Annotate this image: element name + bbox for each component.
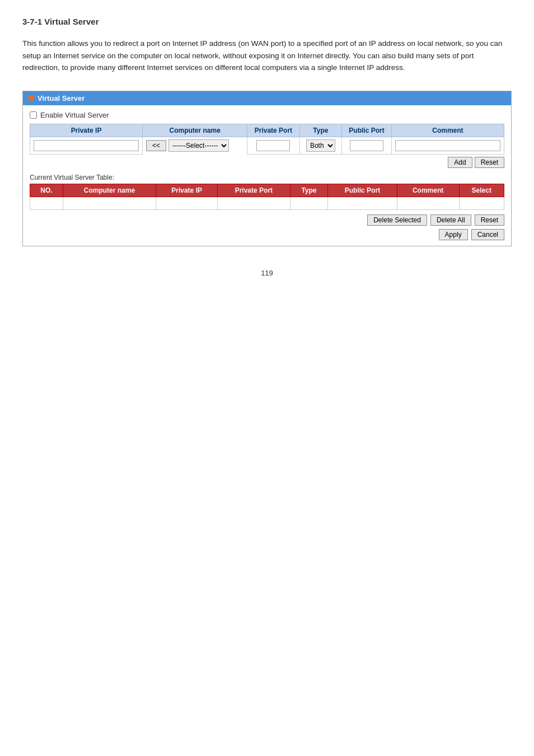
empty-cell-8 bbox=[459, 197, 504, 209]
empty-cell-2 bbox=[63, 197, 156, 209]
th-public-port: Public Port bbox=[328, 184, 397, 197]
delete-selected-button[interactable]: Delete Selected bbox=[367, 214, 427, 226]
empty-cell-3 bbox=[156, 197, 218, 209]
current-table-label: Current Virtual Server Table: bbox=[30, 174, 504, 181]
public-port-input[interactable] bbox=[350, 140, 383, 151]
current-server-table: NO. Computer name Private IP Private Por… bbox=[30, 184, 504, 210]
lt-lt-button[interactable]: << bbox=[146, 140, 166, 151]
panel-title: Virtual Server bbox=[38, 94, 85, 102]
page-number: 119 bbox=[22, 269, 512, 277]
comment-input[interactable] bbox=[395, 140, 500, 151]
private-port-cell bbox=[247, 137, 299, 154]
enable-row: Enable Virtual Server bbox=[30, 111, 504, 119]
page-description: This function allows you to redirect a p… bbox=[22, 38, 512, 74]
input-form-table: Private IP Computer name Private Port Ty… bbox=[30, 124, 504, 155]
type-cell: Both TCP UDP bbox=[299, 137, 342, 154]
panel-header: Virtual Server bbox=[23, 91, 511, 105]
private-ip-cell bbox=[30, 137, 143, 154]
apply-button[interactable]: Apply bbox=[439, 229, 468, 240]
enable-checkbox[interactable] bbox=[30, 111, 37, 119]
empty-cell-7 bbox=[397, 197, 459, 209]
add-reset-row: Add Reset bbox=[30, 157, 504, 168]
cancel-button[interactable]: Cancel bbox=[471, 229, 504, 240]
col-private-port: Private Port bbox=[247, 124, 299, 137]
empty-cell-5 bbox=[290, 197, 328, 209]
empty-cell-6 bbox=[328, 197, 397, 209]
computer-name-cell: << ------Select------ FTP HTTP HTTPS SMT… bbox=[143, 137, 247, 154]
empty-cell-4 bbox=[218, 197, 290, 209]
enable-label: Enable Virtual Server bbox=[40, 111, 109, 119]
th-type: Type bbox=[290, 184, 328, 197]
page-title: 3-7-1 Virtual Server bbox=[22, 17, 512, 26]
th-computer-name: Computer name bbox=[63, 184, 156, 197]
col-type: Type bbox=[299, 124, 342, 137]
add-button[interactable]: Add bbox=[448, 157, 472, 168]
action-row: Delete Selected Delete All Reset bbox=[30, 214, 504, 226]
col-comment: Comment bbox=[391, 124, 504, 137]
empty-row bbox=[30, 197, 504, 209]
private-port-input[interactable] bbox=[256, 140, 290, 151]
input-row: << ------Select------ FTP HTTP HTTPS SMT… bbox=[30, 137, 504, 154]
public-port-cell bbox=[342, 137, 392, 154]
computer-name-select[interactable]: ------Select------ FTP HTTP HTTPS SMTP P… bbox=[168, 139, 229, 152]
th-comment: Comment bbox=[397, 184, 459, 197]
table-reset-button[interactable]: Reset bbox=[475, 214, 504, 226]
col-private-ip: Private IP bbox=[30, 124, 143, 137]
th-private-ip: Private IP bbox=[156, 184, 218, 197]
empty-cell-1 bbox=[30, 197, 63, 209]
type-select[interactable]: Both TCP UDP bbox=[306, 139, 335, 152]
panel-dot-icon bbox=[29, 95, 34, 101]
apply-cancel-row: Apply Cancel bbox=[30, 229, 504, 240]
col-computer-name: Computer name bbox=[143, 124, 247, 137]
reset-button[interactable]: Reset bbox=[475, 157, 504, 168]
virtual-server-panel: Virtual Server Enable Virtual Server Pri… bbox=[22, 91, 512, 246]
th-private-port: Private Port bbox=[218, 184, 290, 197]
th-select: Select bbox=[459, 184, 504, 197]
panel-body: Enable Virtual Server Private IP Compute… bbox=[23, 105, 511, 246]
delete-all-button[interactable]: Delete All bbox=[430, 214, 471, 226]
col-public-port: Public Port bbox=[342, 124, 392, 137]
comment-cell bbox=[391, 137, 504, 154]
private-ip-input[interactable] bbox=[34, 140, 139, 151]
th-no: NO. bbox=[30, 184, 63, 197]
